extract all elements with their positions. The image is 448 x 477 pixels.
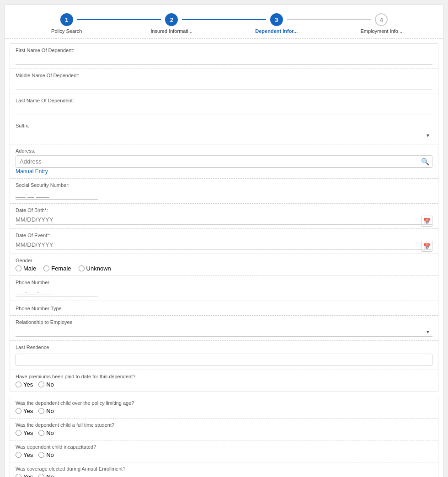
- gender-male-option[interactable]: Male: [16, 265, 36, 272]
- doe-input[interactable]: [16, 240, 432, 250]
- annual-enrollment-yes-label: Yes: [23, 473, 33, 477]
- first-name-field: First Name Of Dependent:: [10, 44, 438, 69]
- annual-enrollment-no-radio[interactable]: [38, 474, 44, 477]
- step-2: 2 Insured Informati...: [119, 13, 224, 34]
- address-input-wrapper: 🔍: [16, 155, 432, 168]
- step-2-label: Insured Informati...: [150, 28, 192, 34]
- student-yes-radio[interactable]: [16, 430, 21, 436]
- doe-calendar-button[interactable]: 📅: [421, 241, 432, 252]
- gender-unknown-radio[interactable]: [79, 265, 85, 271]
- step-4-label: Employment Info...: [360, 28, 402, 34]
- annual-enrollment-yes-option[interactable]: Yes: [16, 473, 33, 477]
- address-input[interactable]: [16, 155, 432, 168]
- phone-type-label: Phone Number Type: [16, 306, 62, 311]
- incapacitated-label: Was dependent child incapacitated?: [16, 444, 432, 450]
- step-1: 1 Policy Search: [14, 13, 119, 34]
- relationship-field: Relationship to Employee Spouse Child Do…: [10, 316, 438, 341]
- premiums-no-label: No: [46, 381, 54, 388]
- annual-enrollment-no-label: No: [46, 473, 54, 477]
- dob-label: Date Of Birth*:: [16, 207, 432, 213]
- last-residence-field: Last Resdence: [10, 341, 438, 370]
- premiums-yes-option[interactable]: Yes: [16, 381, 33, 388]
- address-label: Address:: [16, 148, 432, 154]
- limiting-age-yes-radio[interactable]: [16, 408, 21, 414]
- premiums-label: Have premiums been paid to date for this…: [16, 374, 432, 379]
- ssn-label: Social Security Number:: [16, 182, 432, 188]
- gender-field: Gender Male Female Unknown: [10, 254, 438, 276]
- phone-label: Phone Number:: [16, 280, 432, 285]
- phone-type-field: Phone Number Type: [10, 301, 438, 316]
- gender-male-label: Male: [23, 265, 36, 272]
- gender-female-label: Female: [51, 265, 71, 272]
- relationship-select-wrapper: Spouse Child Domestic Partner: [16, 327, 432, 337]
- limiting-age-no-option[interactable]: No: [38, 408, 54, 414]
- last-name-label: Last Name Of Dependent:: [16, 98, 432, 103]
- incapacitated-no-option[interactable]: No: [38, 451, 54, 458]
- incapacitated-yes-label: Yes: [23, 451, 33, 458]
- relationship-label: Relationship to Employee: [16, 319, 432, 325]
- student-yes-label: Yes: [23, 429, 33, 436]
- premiums-no-option[interactable]: No: [38, 381, 54, 388]
- student-no-radio[interactable]: [38, 430, 44, 436]
- suffix-select[interactable]: Jr Sr II III: [16, 130, 432, 140]
- annual-enrollment-no-option[interactable]: No: [38, 473, 54, 477]
- step-3-circle: 3: [270, 13, 283, 26]
- premiums-no-radio[interactable]: [38, 382, 44, 387]
- phone-input[interactable]: [16, 287, 98, 297]
- premiums-yes-radio[interactable]: [16, 382, 21, 387]
- dob-calendar-button[interactable]: 📅: [421, 216, 432, 227]
- student-label: Was the dependent child a full time stud…: [16, 422, 432, 428]
- gender-unknown-option[interactable]: Unknown: [79, 265, 111, 272]
- last-residence-input[interactable]: [16, 354, 432, 366]
- address-field: Address: 🔍 Manual Entry: [10, 144, 438, 179]
- annual-enrollment-yesno-group: Yes No: [16, 473, 432, 477]
- student-yes-option[interactable]: Yes: [16, 429, 33, 436]
- address-search-button[interactable]: 🔍: [421, 158, 430, 166]
- limiting-age-label: Was the dependent child over the policy …: [16, 400, 432, 406]
- limiting-age-no-radio[interactable]: [38, 408, 44, 414]
- step-3: 3 Dependent Infor...: [224, 13, 329, 34]
- dob-input[interactable]: [16, 215, 432, 225]
- student-no-option[interactable]: No: [38, 429, 54, 436]
- dob-field: Date Of Birth*: 📅: [10, 204, 438, 229]
- limiting-age-yes-label: Yes: [23, 408, 33, 414]
- form-container: First Name Of Dependent: Middle Name Of …: [10, 43, 438, 392]
- ssn-field: Social Security Number:: [10, 179, 438, 204]
- incapacitated-yes-radio[interactable]: [16, 452, 21, 458]
- dob-wrapper: 📅: [16, 215, 432, 225]
- stepper: 1 Policy Search 2 Insured Informati... 3…: [5, 5, 443, 39]
- last-residence-label: Last Resdence: [16, 344, 432, 350]
- gender-male-radio[interactable]: [16, 265, 21, 271]
- middle-name-input[interactable]: [16, 80, 432, 90]
- phone-field: Phone Number:: [10, 276, 438, 301]
- premiums-yes-label: Yes: [23, 381, 33, 388]
- premiums-field: Have premiums been paid to date for this…: [10, 370, 438, 392]
- last-name-field: Last Name Of Dependent:: [10, 94, 438, 119]
- ssn-input[interactable]: [16, 190, 98, 200]
- gender-label: Gender: [16, 258, 432, 263]
- gender-female-radio[interactable]: [43, 265, 49, 271]
- middle-name-label: Middle Name Of Dependent:: [16, 73, 432, 78]
- incapacitated-no-radio[interactable]: [38, 452, 44, 458]
- first-name-label: First Name Of Dependent:: [16, 48, 432, 53]
- annual-enrollment-yes-radio[interactable]: [16, 474, 21, 477]
- middle-name-field: Middle Name Of Dependent:: [10, 69, 438, 94]
- gender-female-option[interactable]: Female: [43, 265, 71, 272]
- suffix-label: Suffix:: [16, 123, 432, 128]
- doe-wrapper: 📅: [16, 240, 432, 250]
- premiums-yesno-group: Yes No: [16, 381, 432, 388]
- last-name-input[interactable]: [16, 105, 432, 115]
- annual-enrollment-field: Was coverage elected during Annual Enrol…: [10, 462, 438, 477]
- limiting-age-yes-option[interactable]: Yes: [16, 408, 33, 414]
- limiting-age-field: Was the dependent child over the policy …: [10, 397, 438, 419]
- relationship-select[interactable]: Spouse Child Domestic Partner: [16, 327, 432, 337]
- incapacitated-yesno-group: Yes No: [16, 451, 432, 458]
- doe-field: Date Of Event*: 📅: [10, 229, 438, 254]
- student-field: Was the dependent child a full time stud…: [10, 419, 438, 440]
- first-name-input[interactable]: [16, 55, 432, 65]
- incapacitated-yes-option[interactable]: Yes: [16, 451, 33, 458]
- manual-entry-link[interactable]: Manual Entry: [16, 168, 48, 175]
- suffix-field: Suffix: Jr Sr II III: [10, 119, 438, 144]
- step-1-label: Policy Search: [51, 28, 82, 34]
- step-3-label: Dependent Infor...: [255, 28, 298, 34]
